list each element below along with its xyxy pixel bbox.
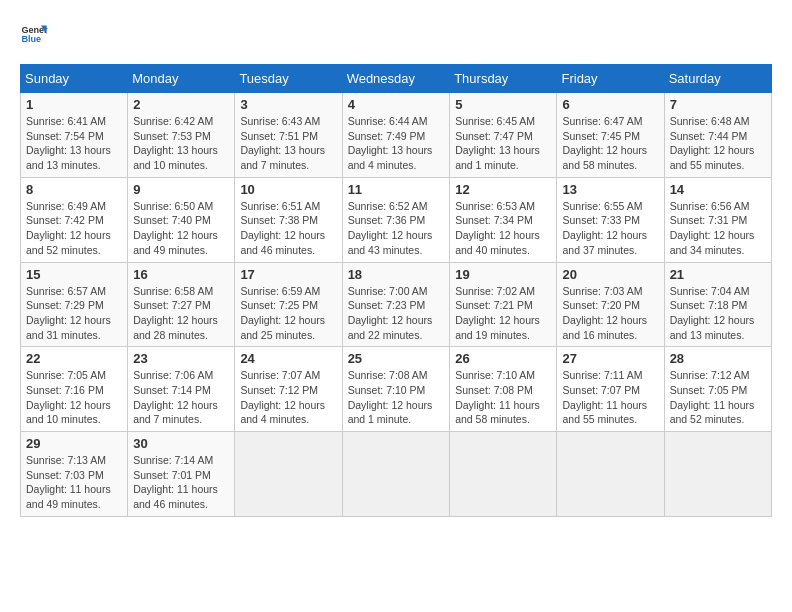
- calendar-cell: [235, 432, 342, 517]
- day-info: Sunrise: 6:47 AMSunset: 7:45 PMDaylight:…: [562, 114, 658, 173]
- calendar-cell: 15Sunrise: 6:57 AMSunset: 7:29 PMDayligh…: [21, 262, 128, 347]
- calendar-week-row: 15Sunrise: 6:57 AMSunset: 7:29 PMDayligh…: [21, 262, 772, 347]
- day-info: Sunrise: 7:12 AMSunset: 7:05 PMDaylight:…: [670, 368, 766, 427]
- calendar-week-row: 1Sunrise: 6:41 AMSunset: 7:54 PMDaylight…: [21, 93, 772, 178]
- day-number: 26: [455, 351, 551, 366]
- calendar-body: 1Sunrise: 6:41 AMSunset: 7:54 PMDaylight…: [21, 93, 772, 517]
- day-info: Sunrise: 6:58 AMSunset: 7:27 PMDaylight:…: [133, 284, 229, 343]
- calendar-cell: 12Sunrise: 6:53 AMSunset: 7:34 PMDayligh…: [450, 177, 557, 262]
- calendar-cell: 2Sunrise: 6:42 AMSunset: 7:53 PMDaylight…: [128, 93, 235, 178]
- day-info: Sunrise: 6:45 AMSunset: 7:47 PMDaylight:…: [455, 114, 551, 173]
- calendar-cell: 17Sunrise: 6:59 AMSunset: 7:25 PMDayligh…: [235, 262, 342, 347]
- day-number: 30: [133, 436, 229, 451]
- day-info: Sunrise: 7:06 AMSunset: 7:14 PMDaylight:…: [133, 368, 229, 427]
- day-number: 3: [240, 97, 336, 112]
- calendar-cell: 24Sunrise: 7:07 AMSunset: 7:12 PMDayligh…: [235, 347, 342, 432]
- day-number: 18: [348, 267, 445, 282]
- day-info: Sunrise: 7:04 AMSunset: 7:18 PMDaylight:…: [670, 284, 766, 343]
- calendar-cell: 7Sunrise: 6:48 AMSunset: 7:44 PMDaylight…: [664, 93, 771, 178]
- day-number: 10: [240, 182, 336, 197]
- calendar-table: SundayMondayTuesdayWednesdayThursdayFrid…: [20, 64, 772, 517]
- calendar-cell: 14Sunrise: 6:56 AMSunset: 7:31 PMDayligh…: [664, 177, 771, 262]
- calendar-cell: 16Sunrise: 6:58 AMSunset: 7:27 PMDayligh…: [128, 262, 235, 347]
- day-number: 20: [562, 267, 658, 282]
- calendar-cell: 4Sunrise: 6:44 AMSunset: 7:49 PMDaylight…: [342, 93, 450, 178]
- day-info: Sunrise: 7:08 AMSunset: 7:10 PMDaylight:…: [348, 368, 445, 427]
- day-info: Sunrise: 6:44 AMSunset: 7:49 PMDaylight:…: [348, 114, 445, 173]
- day-number: 5: [455, 97, 551, 112]
- day-number: 13: [562, 182, 658, 197]
- day-number: 15: [26, 267, 122, 282]
- day-info: Sunrise: 6:52 AMSunset: 7:36 PMDaylight:…: [348, 199, 445, 258]
- day-number: 11: [348, 182, 445, 197]
- calendar-cell: [450, 432, 557, 517]
- calendar-cell: 20Sunrise: 7:03 AMSunset: 7:20 PMDayligh…: [557, 262, 664, 347]
- day-info: Sunrise: 7:05 AMSunset: 7:16 PMDaylight:…: [26, 368, 122, 427]
- calendar-cell: 22Sunrise: 7:05 AMSunset: 7:16 PMDayligh…: [21, 347, 128, 432]
- day-number: 24: [240, 351, 336, 366]
- day-number: 8: [26, 182, 122, 197]
- calendar-cell: 1Sunrise: 6:41 AMSunset: 7:54 PMDaylight…: [21, 93, 128, 178]
- day-info: Sunrise: 6:41 AMSunset: 7:54 PMDaylight:…: [26, 114, 122, 173]
- calendar-cell: 23Sunrise: 7:06 AMSunset: 7:14 PMDayligh…: [128, 347, 235, 432]
- calendar-cell: 18Sunrise: 7:00 AMSunset: 7:23 PMDayligh…: [342, 262, 450, 347]
- page-header: General Blue: [20, 20, 772, 48]
- calendar-cell: 3Sunrise: 6:43 AMSunset: 7:51 PMDaylight…: [235, 93, 342, 178]
- day-info: Sunrise: 6:59 AMSunset: 7:25 PMDaylight:…: [240, 284, 336, 343]
- calendar-cell: 9Sunrise: 6:50 AMSunset: 7:40 PMDaylight…: [128, 177, 235, 262]
- day-info: Sunrise: 7:00 AMSunset: 7:23 PMDaylight:…: [348, 284, 445, 343]
- day-info: Sunrise: 7:07 AMSunset: 7:12 PMDaylight:…: [240, 368, 336, 427]
- day-info: Sunrise: 7:03 AMSunset: 7:20 PMDaylight:…: [562, 284, 658, 343]
- calendar-cell: 30Sunrise: 7:14 AMSunset: 7:01 PMDayligh…: [128, 432, 235, 517]
- day-info: Sunrise: 6:42 AMSunset: 7:53 PMDaylight:…: [133, 114, 229, 173]
- calendar-day-header: Tuesday: [235, 65, 342, 93]
- day-info: Sunrise: 6:55 AMSunset: 7:33 PMDaylight:…: [562, 199, 658, 258]
- day-number: 9: [133, 182, 229, 197]
- svg-text:Blue: Blue: [21, 34, 41, 44]
- day-number: 1: [26, 97, 122, 112]
- calendar-cell: 5Sunrise: 6:45 AMSunset: 7:47 PMDaylight…: [450, 93, 557, 178]
- day-info: Sunrise: 7:14 AMSunset: 7:01 PMDaylight:…: [133, 453, 229, 512]
- day-info: Sunrise: 6:51 AMSunset: 7:38 PMDaylight:…: [240, 199, 336, 258]
- day-info: Sunrise: 6:43 AMSunset: 7:51 PMDaylight:…: [240, 114, 336, 173]
- calendar-cell: 21Sunrise: 7:04 AMSunset: 7:18 PMDayligh…: [664, 262, 771, 347]
- day-number: 23: [133, 351, 229, 366]
- day-info: Sunrise: 6:57 AMSunset: 7:29 PMDaylight:…: [26, 284, 122, 343]
- calendar-cell: 29Sunrise: 7:13 AMSunset: 7:03 PMDayligh…: [21, 432, 128, 517]
- calendar-day-header: Saturday: [664, 65, 771, 93]
- day-number: 28: [670, 351, 766, 366]
- calendar-day-header: Sunday: [21, 65, 128, 93]
- day-number: 12: [455, 182, 551, 197]
- day-info: Sunrise: 6:49 AMSunset: 7:42 PMDaylight:…: [26, 199, 122, 258]
- day-info: Sunrise: 6:50 AMSunset: 7:40 PMDaylight:…: [133, 199, 229, 258]
- calendar-cell: 26Sunrise: 7:10 AMSunset: 7:08 PMDayligh…: [450, 347, 557, 432]
- day-number: 17: [240, 267, 336, 282]
- calendar-cell: 11Sunrise: 6:52 AMSunset: 7:36 PMDayligh…: [342, 177, 450, 262]
- calendar-day-header: Friday: [557, 65, 664, 93]
- calendar-week-row: 29Sunrise: 7:13 AMSunset: 7:03 PMDayligh…: [21, 432, 772, 517]
- day-number: 7: [670, 97, 766, 112]
- calendar-cell: 25Sunrise: 7:08 AMSunset: 7:10 PMDayligh…: [342, 347, 450, 432]
- calendar-cell: [664, 432, 771, 517]
- logo: General Blue: [20, 20, 48, 48]
- day-info: Sunrise: 6:56 AMSunset: 7:31 PMDaylight:…: [670, 199, 766, 258]
- calendar-day-header: Wednesday: [342, 65, 450, 93]
- calendar-week-row: 8Sunrise: 6:49 AMSunset: 7:42 PMDaylight…: [21, 177, 772, 262]
- day-number: 25: [348, 351, 445, 366]
- calendar-week-row: 22Sunrise: 7:05 AMSunset: 7:16 PMDayligh…: [21, 347, 772, 432]
- day-number: 6: [562, 97, 658, 112]
- day-number: 22: [26, 351, 122, 366]
- calendar-cell: 10Sunrise: 6:51 AMSunset: 7:38 PMDayligh…: [235, 177, 342, 262]
- calendar-cell: [557, 432, 664, 517]
- calendar-cell: 8Sunrise: 6:49 AMSunset: 7:42 PMDaylight…: [21, 177, 128, 262]
- day-number: 19: [455, 267, 551, 282]
- day-number: 14: [670, 182, 766, 197]
- calendar-cell: 13Sunrise: 6:55 AMSunset: 7:33 PMDayligh…: [557, 177, 664, 262]
- day-number: 2: [133, 97, 229, 112]
- day-number: 29: [26, 436, 122, 451]
- day-number: 16: [133, 267, 229, 282]
- day-info: Sunrise: 7:11 AMSunset: 7:07 PMDaylight:…: [562, 368, 658, 427]
- day-info: Sunrise: 7:13 AMSunset: 7:03 PMDaylight:…: [26, 453, 122, 512]
- calendar-header-row: SundayMondayTuesdayWednesdayThursdayFrid…: [21, 65, 772, 93]
- day-number: 21: [670, 267, 766, 282]
